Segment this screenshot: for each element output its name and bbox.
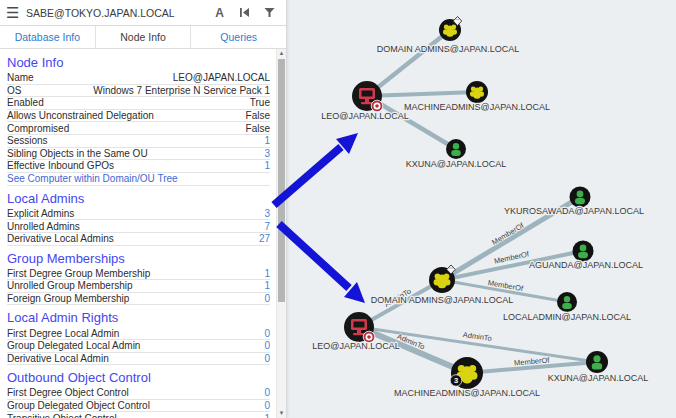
info-row: Foreign Group Membership0 (7, 293, 270, 306)
info-row: Sibling Objects in the Same OU3 (7, 148, 270, 161)
node-label-leo-bottom: LEO@JAPAN.LOCAL (312, 341, 400, 351)
scrollbar-thumb[interactable] (278, 59, 285, 302)
edge-label-adminto-kxuna: AdminTo (462, 330, 492, 343)
node-group-machineadmins-bottom[interactable]: 3 (450, 357, 483, 389)
info-row: NameLEO@JAPAN.LOCAL (7, 72, 270, 85)
node-label-machineadmins-top: MACHINEADMINS@JAPAN.LOCAL (404, 102, 550, 112)
info-row: CompromisedFalse (7, 122, 270, 135)
filter-icon[interactable] (263, 6, 276, 19)
info-row: First Degree Group Membership1 (7, 268, 270, 281)
node-label-kxuna-bottom: KXUNA@JAPAN.LOCAL (548, 373, 649, 383)
info-row: Unrolled Group Membership1 (7, 280, 270, 293)
scroll-up-arrow[interactable]: ▲ (277, 49, 286, 58)
node-label-ykurosawada: YKUROSAWADA@JAPAN.LOCAL (504, 206, 644, 216)
node-label-domain-admins-bottom: DOMAIN ADMINS@JAPAN.LOCAL (371, 295, 514, 305)
info-row: First Degree Object Control0 (7, 387, 270, 400)
section-title: Local Admin Rights (7, 310, 270, 325)
section-title: Local Admins (7, 191, 270, 206)
info-row: Derivative Local Admins27 (7, 233, 270, 246)
info-panel: ☰ A Database Info Node Info Queries Node… (0, 0, 287, 418)
node-user-kxuna-top[interactable] (446, 139, 466, 159)
node-group-domain-admins-top[interactable] (439, 17, 462, 42)
info-row: Sessions1 (7, 135, 270, 148)
search-bar: ☰ A (0, 0, 286, 26)
tab-node-info[interactable]: Node Info (96, 26, 192, 48)
svg-text:3: 3 (454, 376, 458, 385)
info-row: First Degree Local Admin0 (7, 327, 270, 340)
section-node-info: Node Info NameLEO@JAPAN.LOCAL OSWindows … (7, 55, 270, 186)
section-local-admin-rights: Local Admin Rights First Degree Local Ad… (7, 310, 270, 365)
menu-icon[interactable]: ☰ (6, 4, 26, 22)
info-row: Allows Unconstrained DelegationFalse (7, 110, 270, 123)
node-user-ykurosawada[interactable] (570, 187, 591, 208)
info-row: Effective Inbound GPOs1 (7, 160, 270, 173)
section-title: Group Memberships (7, 251, 270, 266)
tab-bar: Database Info Node Info Queries (0, 26, 286, 49)
search-input[interactable] (26, 7, 213, 19)
node-label-leo-top: LEO@JAPAN.LOCAL (321, 111, 409, 121)
tab-database-info[interactable]: Database Info (0, 26, 96, 48)
node-label-machineadmins-bottom: MACHINEADMINS@JAPAN.LOCAL (394, 388, 540, 398)
edge-leo-machineadmins-top[interactable] (367, 92, 477, 96)
node-computer-leo-bottom[interactable] (344, 312, 375, 343)
info-row: Unrolled Admins7 (7, 220, 270, 233)
section-title: Outbound Object Control (7, 370, 270, 385)
node-user-localadmin[interactable] (557, 292, 577, 312)
scroll-down-arrow[interactable]: ▼ (277, 409, 286, 418)
panel-scrollbar[interactable]: ▲ ▼ (276, 49, 286, 418)
pathfinding-icon[interactable]: A (213, 6, 226, 19)
group-count-badge: 3 (450, 375, 462, 387)
node-label-domain-admins-top: DOMAIN ADMINS@JAPAN.LOCAL (377, 44, 520, 54)
section-title: Node Info (7, 55, 270, 70)
section-outbound-object-control: Outbound Object Control First Degree Obj… (7, 370, 270, 418)
node-user-kxuna-bottom[interactable] (586, 351, 608, 373)
section-local-admins: Local Admins Explicit Admins3 Unrolled A… (7, 191, 270, 246)
node-group-domain-admins-bottom[interactable] (429, 265, 455, 293)
see-computer-tree-link[interactable]: See Computer within Domain/OU Tree (7, 173, 270, 186)
tab-queries[interactable]: Queries (191, 26, 286, 48)
node-info-content: Node Info NameLEO@JAPAN.LOCAL OSWindows … (0, 50, 276, 418)
back-icon[interactable] (238, 6, 251, 19)
info-row: Derivative Local Admin0 (7, 353, 270, 366)
info-row: Group Delegated Object Control0 (7, 400, 270, 413)
edge-leo-domainadmins-top[interactable] (367, 30, 450, 96)
node-group-machineadmins-top[interactable] (466, 81, 488, 103)
node-label-aguanda: AGUANDA@JAPAN.LOCAL (529, 260, 643, 270)
info-row: Group Delegated Local Admin0 (7, 340, 270, 353)
info-row: Explicit Admins3 (7, 208, 270, 221)
info-row: OSWindows 7 Enterprise N Service Pack 1 (7, 85, 270, 98)
info-row: EnabledTrue (7, 97, 270, 110)
node-user-aguanda[interactable] (573, 241, 594, 262)
node-label-kxuna-top: KXUNA@JAPAN.LOCAL (406, 159, 507, 169)
node-label-localadmin: LOCALADMIN@JAPAN.LOCAL (503, 312, 631, 322)
section-group-memberships: Group Memberships First Degree Group Mem… (7, 251, 270, 306)
info-row: Transitive Object Control1 (7, 412, 270, 418)
